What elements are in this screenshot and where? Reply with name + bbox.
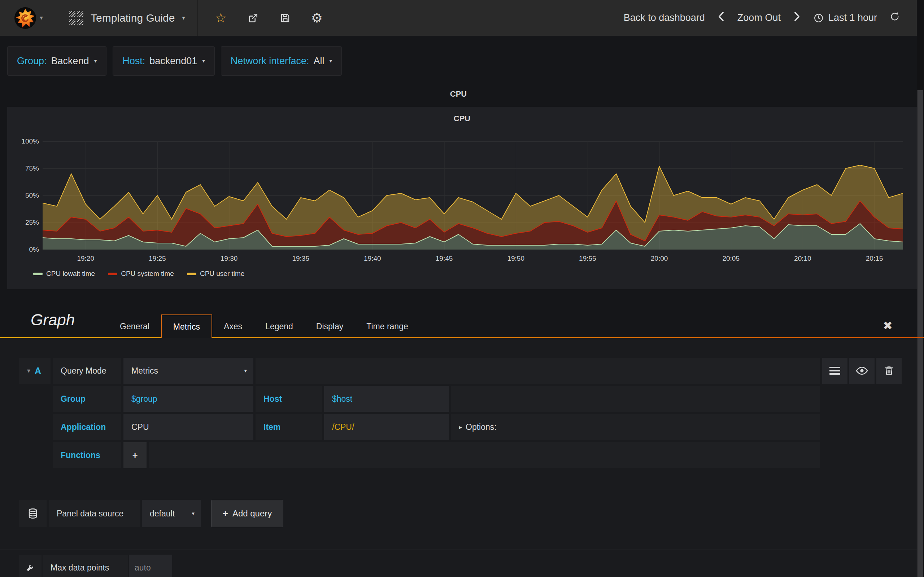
variable-label: Network interface:: [231, 56, 309, 67]
tab-axes[interactable]: Axes: [212, 314, 254, 338]
scrollbar-track[interactable]: [917, 0, 924, 577]
application-input[interactable]: CPU: [123, 414, 254, 440]
query-mode-select[interactable]: Metrics ▾: [123, 358, 254, 384]
zoom-out-button[interactable]: Zoom Out: [737, 12, 781, 23]
chart: [43, 141, 903, 250]
query-row-filler: [255, 358, 820, 384]
variable-caret-icon: ▾: [329, 58, 332, 64]
legend-swatch-icon: [187, 272, 196, 275]
chart-svg[interactable]: [43, 141, 903, 250]
title-caret-icon: ▾: [182, 15, 185, 21]
eye-icon: [855, 364, 868, 377]
add-query-label: Add query: [233, 508, 272, 519]
group-host-filler: [451, 386, 820, 412]
item-label: Item: [255, 414, 322, 440]
refresh-icon[interactable]: [889, 11, 900, 24]
grafana-logo-icon: [14, 6, 37, 29]
query-mode-label: Query Mode: [53, 358, 121, 384]
x-tick-label: 19:55: [571, 255, 604, 263]
star-icon[interactable]: ☆: [215, 10, 227, 26]
time-picker[interactable]: Last 1 hour: [813, 12, 877, 23]
grafana-logo-menu[interactable]: ▾: [0, 0, 57, 36]
max-data-points-input[interactable]: [129, 554, 172, 577]
query-menu-button[interactable]: [822, 358, 848, 384]
dashboard-title: Templating Guide: [90, 12, 175, 24]
variable-caret-icon: ▾: [202, 58, 205, 64]
add-function-button[interactable]: +: [123, 442, 147, 468]
x-tick-label: 19:25: [141, 255, 174, 263]
wrench-icon: [25, 562, 36, 573]
legend-item-cpu-user-time[interactable]: CPU user time: [187, 270, 245, 278]
panel-title[interactable]: CPU: [7, 114, 917, 123]
datasource-select[interactable]: default ▾: [142, 500, 201, 527]
shift-time-back-icon[interactable]: [717, 11, 725, 24]
variable-label: Host:: [122, 56, 145, 67]
tab-display[interactable]: Display: [305, 314, 355, 338]
x-tick-label: 20:00: [643, 255, 676, 263]
query-row-a: ▾ A Query Mode Metrics ▾: [19, 358, 820, 384]
legend-item-cpu-system-time[interactable]: CPU system time: [108, 270, 174, 278]
select-caret-icon: ▾: [244, 367, 247, 374]
functions-filler: [149, 442, 820, 468]
tab-general[interactable]: General: [108, 314, 161, 338]
advanced-settings-cell: [19, 554, 42, 577]
query-mode-value: Metrics: [131, 366, 158, 376]
x-tick-label: 20:05: [715, 255, 747, 263]
close-editor-icon[interactable]: ✖: [883, 319, 893, 332]
item-value: /CPU/: [332, 422, 354, 432]
delete-query-button[interactable]: [876, 358, 901, 384]
share-icon[interactable]: [247, 12, 259, 24]
scrollbar-thumb[interactable]: [918, 90, 923, 577]
max-data-points-row: Max data points: [19, 554, 172, 577]
trash-icon: [883, 365, 895, 377]
logo-caret-icon: ▾: [40, 14, 43, 22]
dashboard-row-title: CPU: [0, 89, 917, 99]
tab-time-range[interactable]: Time range: [355, 314, 419, 338]
options-toggle[interactable]: ▸ Options:: [451, 414, 820, 440]
variable-caret-icon: ▾: [94, 58, 97, 64]
host-input[interactable]: $host: [324, 386, 449, 412]
tab-metrics[interactable]: Metrics: [161, 314, 212, 338]
datasource-row: Panel data source default ▾ + Add query: [19, 500, 283, 527]
y-tick-label: 25%: [10, 219, 39, 226]
navbar: ▾ Templating Guide ▾ ☆ ⚙ Back to dashboa…: [0, 0, 917, 36]
hamburger-icon: [829, 367, 840, 375]
y-tick-label: 100%: [10, 137, 39, 145]
query-ref-toggle[interactable]: ▾ A: [19, 358, 50, 384]
application-label: Application: [53, 414, 121, 440]
back-to-dashboard-link[interactable]: Back to dashboard: [624, 12, 705, 23]
time-range-label: Last 1 hour: [828, 12, 877, 23]
settings-gear-icon[interactable]: ⚙: [311, 10, 323, 26]
variable-value: backend01: [149, 56, 197, 67]
x-tick-label: 19:20: [69, 255, 102, 263]
query-row-functions: Functions +: [53, 442, 820, 468]
toggle-visibility-button[interactable]: [849, 358, 874, 384]
add-query-button[interactable]: + Add query: [211, 500, 283, 527]
x-tick-label: 19:45: [428, 255, 460, 263]
legend-label: CPU iowait time: [46, 270, 95, 278]
legend-swatch-icon: [108, 272, 117, 275]
legend-label: CPU user time: [200, 270, 245, 278]
datasource-value: default: [150, 509, 175, 519]
navbar-actions: ☆ ⚙: [198, 10, 323, 26]
variable-dropdown-1[interactable]: Host:backend01▾: [113, 46, 215, 76]
variable-dropdown-2[interactable]: Network interface:All▾: [221, 46, 342, 76]
group-input[interactable]: $group: [123, 386, 254, 412]
x-tick-label: 19:40: [356, 255, 389, 263]
legend-item-cpu-iowait-time[interactable]: CPU iowait time: [33, 270, 95, 278]
save-icon[interactable]: [279, 12, 291, 24]
variable-dropdown-0[interactable]: Group:Backend▾: [7, 46, 107, 76]
host-value: $host: [332, 394, 352, 404]
group-value: $group: [131, 394, 157, 404]
template-variables: Group:Backend▾Host:backend01▾Network int…: [7, 46, 342, 76]
shift-time-forward-icon[interactable]: [793, 11, 801, 24]
clock-icon: [813, 13, 824, 23]
dashboard-grid-icon: [69, 11, 83, 25]
query-row-group-host: Group $group Host $host: [53, 386, 820, 412]
item-input[interactable]: /CPU/: [324, 414, 449, 440]
variable-value: All: [313, 56, 324, 67]
tab-legend[interactable]: Legend: [254, 314, 305, 338]
host-label: Host: [255, 386, 322, 412]
options-label: Options:: [465, 422, 497, 432]
dashboard-title-menu[interactable]: Templating Guide ▾: [57, 0, 198, 36]
